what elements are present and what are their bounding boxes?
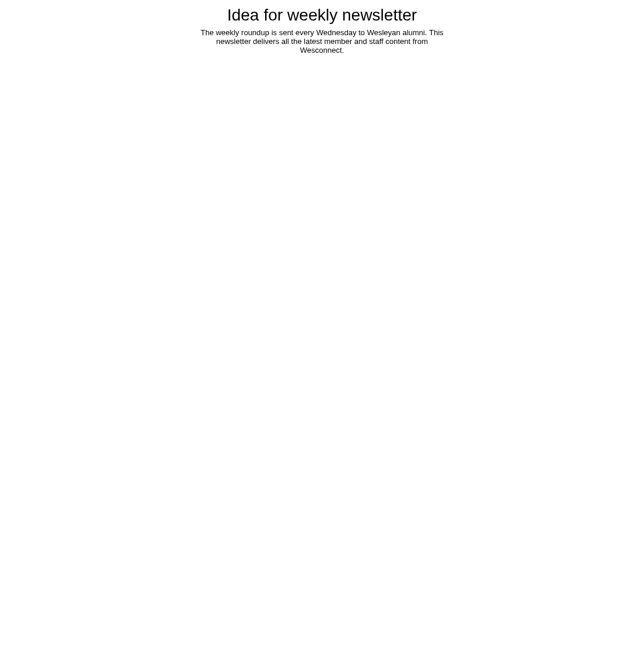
page-title: Idea for weekly newsletter [6, 6, 638, 25]
page-subtitle: The weekly roundup is sent every Wednesd… [199, 28, 445, 55]
